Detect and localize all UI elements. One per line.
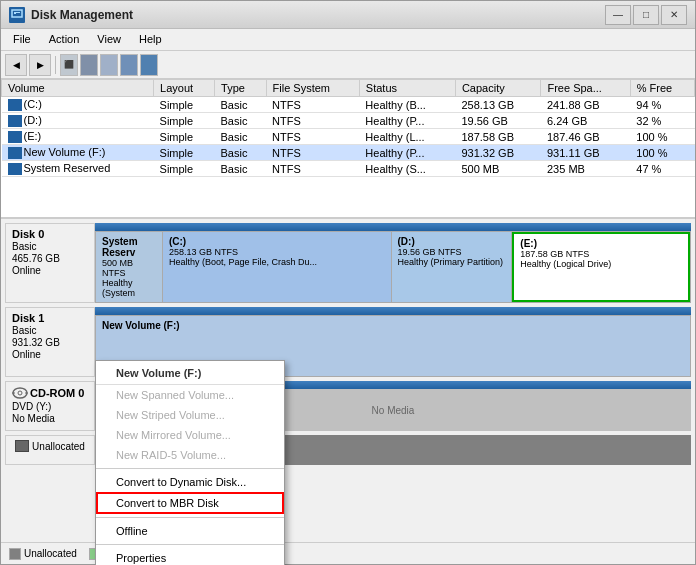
- ctx-new-spanned[interactable]: New Spanned Volume...: [96, 385, 284, 405]
- ctx-header: New Volume (F:): [96, 364, 284, 385]
- context-menu: New Volume (F:) New Spanned Volume... Ne…: [95, 360, 285, 565]
- col-pct: % Free: [630, 80, 694, 97]
- disk1-status: Online: [12, 349, 88, 360]
- toolbar-btn5[interactable]: [140, 54, 158, 76]
- menu-bar: File Action View Help: [1, 29, 695, 51]
- ctx-convert-mbr[interactable]: Convert to MBR Disk: [96, 492, 284, 514]
- cdrom-type: DVD (Y:): [12, 401, 88, 412]
- ctx-new-mirrored[interactable]: New Mirrored Volume...: [96, 425, 284, 445]
- toolbar: ◀ ▶ ⬛: [1, 51, 695, 79]
- p0-e-name: (E:): [520, 238, 682, 249]
- disk0-visual: System Reserv 500 MB NTFS Healthy (Syste…: [95, 223, 691, 303]
- menu-view[interactable]: View: [89, 31, 129, 48]
- svg-rect-0: [12, 10, 22, 17]
- toolbar-btn3[interactable]: [100, 54, 118, 76]
- svg-rect-2: [14, 12, 20, 13]
- legend-unalloc-text: Unallocated: [24, 548, 77, 559]
- table-row[interactable]: System ReservedSimpleBasicNTFSHealthy (S…: [2, 161, 695, 177]
- disk0-label: Disk 0 Basic 465.76 GB Online: [5, 223, 95, 303]
- title-buttons: — □ ✕: [605, 5, 687, 25]
- disk0-part-e[interactable]: (E:) 187.58 GB NTFS Healthy (Logical Dri…: [512, 232, 690, 302]
- cdrom-icon: [12, 386, 28, 400]
- toolbar-btn1[interactable]: ⬛: [60, 54, 78, 76]
- unalloc-text: Unallocated: [32, 441, 85, 452]
- p1-f-name: New Volume (F:): [102, 320, 684, 331]
- minimize-button[interactable]: —: [605, 5, 631, 25]
- p0-e-status: Healthy (Logical Drive): [520, 259, 682, 269]
- ctx-sep3: [96, 544, 284, 545]
- disk1-size: 931.32 GB: [12, 337, 88, 348]
- col-volume: Volume: [2, 80, 154, 97]
- p0-c-name: (C:): [169, 236, 385, 247]
- p0-sysres-status: Healthy (System: [102, 278, 156, 298]
- volume-table: Volume Layout Type File System Status Ca…: [1, 79, 695, 177]
- col-status: Status: [359, 80, 455, 97]
- unalloc-icon: [15, 440, 29, 452]
- col-free: Free Spa...: [541, 80, 630, 97]
- table-header-row: Volume Layout Type File System Status Ca…: [2, 80, 695, 97]
- main-window: Disk Management — □ ✕ File Action View H…: [0, 0, 696, 565]
- col-capacity: Capacity: [455, 80, 541, 97]
- toolbar-btn4[interactable]: [120, 54, 138, 76]
- disk0-part-d[interactable]: (D:) 19.56 GB NTFS Healthy (Primary Part…: [392, 232, 513, 302]
- col-fs: File System: [266, 80, 359, 97]
- close-button[interactable]: ✕: [661, 5, 687, 25]
- p0-sysres-name: System Reserv: [102, 236, 156, 258]
- p0-c-status: Healthy (Boot, Page File, Crash Du...: [169, 257, 385, 267]
- p0-d-size: 19.56 GB NTFS: [398, 247, 506, 257]
- toolbar-back[interactable]: ◀: [5, 54, 27, 76]
- menu-action[interactable]: Action: [41, 31, 88, 48]
- toolbar-btn2[interactable]: [80, 54, 98, 76]
- legend-unalloc-box: [9, 548, 21, 560]
- ctx-convert-dynamic[interactable]: Convert to Dynamic Disk...: [96, 472, 284, 492]
- cdrom-icon-row: CD-ROM 0: [12, 386, 88, 400]
- disk0-stripe: [95, 223, 691, 231]
- col-layout: Layout: [154, 80, 215, 97]
- table-row[interactable]: (E:)SimpleBasicNTFSHealthy (L...187.58 G…: [2, 129, 695, 145]
- menu-file[interactable]: File: [5, 31, 39, 48]
- title-bar-left: Disk Management: [9, 7, 133, 23]
- cdrom-label: CD-ROM 0 DVD (Y:) No Media: [5, 381, 95, 431]
- svg-point-4: [18, 391, 22, 395]
- disk0-partitions: System Reserv 500 MB NTFS Healthy (Syste…: [95, 231, 691, 303]
- ctx-offline[interactable]: Offline: [96, 521, 284, 541]
- disk1-type: Basic: [12, 325, 88, 336]
- window-title: Disk Management: [31, 8, 133, 22]
- disk0-part-c[interactable]: (C:) 258.13 GB NTFS Healthy (Boot, Page …: [163, 232, 392, 302]
- table-row[interactable]: (C:)SimpleBasicNTFSHealthy (B...258.13 G…: [2, 97, 695, 113]
- disk0-type: Basic: [12, 241, 88, 252]
- disk1-name: Disk 1: [12, 312, 88, 324]
- toolbar-sep1: [55, 56, 56, 74]
- cdrom-status: No Media: [12, 413, 88, 424]
- cdrom-name: CD-ROM 0: [30, 387, 84, 399]
- ctx-new-striped[interactable]: New Striped Volume...: [96, 405, 284, 425]
- disk0-name: Disk 0: [12, 228, 88, 240]
- volume-table-container[interactable]: Volume Layout Type File System Status Ca…: [1, 79, 695, 219]
- ctx-new-raid5[interactable]: New RAID-5 Volume...: [96, 445, 284, 465]
- maximize-button[interactable]: □: [633, 5, 659, 25]
- disk0-size: 465.76 GB: [12, 253, 88, 264]
- table-row[interactable]: New Volume (F:)SimpleBasicNTFSHealthy (P…: [2, 145, 695, 161]
- disk1-stripe: [95, 307, 691, 315]
- ctx-properties[interactable]: Properties: [96, 548, 284, 565]
- disk1-label: Disk 1 Basic 931.32 GB Online: [5, 307, 95, 377]
- ctx-sep1: [96, 468, 284, 469]
- p0-e-size: 187.58 GB NTFS: [520, 249, 682, 259]
- ctx-sep2: [96, 517, 284, 518]
- p0-d-name: (D:): [398, 236, 506, 247]
- toolbar-fwd[interactable]: ▶: [29, 54, 51, 76]
- table-row[interactable]: (D:)SimpleBasicNTFSHealthy (P...19.56 GB…: [2, 113, 695, 129]
- title-bar: Disk Management — □ ✕: [1, 1, 695, 29]
- svg-point-3: [13, 388, 27, 398]
- disk0-status: Online: [12, 265, 88, 276]
- disk0-row: Disk 0 Basic 465.76 GB Online System Res…: [5, 223, 691, 303]
- p0-d-status: Healthy (Primary Partition): [398, 257, 506, 267]
- p0-c-size: 258.13 GB NTFS: [169, 247, 385, 257]
- legend-unalloc: Unallocated: [9, 548, 77, 560]
- app-icon: [9, 7, 25, 23]
- p0-sysres-size: 500 MB NTFS: [102, 258, 156, 278]
- unalloc-icon-row: Unallocated: [15, 440, 85, 452]
- unalloc-label: Unallocated: [5, 435, 95, 465]
- menu-help[interactable]: Help: [131, 31, 170, 48]
- disk0-part-sysres[interactable]: System Reserv 500 MB NTFS Healthy (Syste…: [96, 232, 163, 302]
